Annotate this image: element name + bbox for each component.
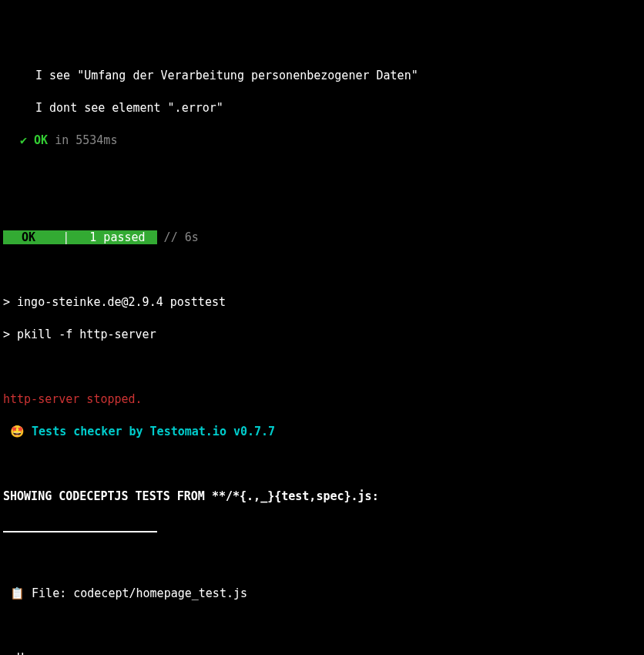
http-stopped-line: http-server stopped. — [3, 391, 641, 408]
testomat-checker-line: 🤩 Tests checker by Testomat.io v0.7.7 — [3, 424, 641, 440]
ok-badge: OK — [3, 230, 54, 244]
test-step-line: I see "Umfang der Verarbeitung personenb… — [3, 68, 641, 84]
posttest-line: > pkill -f http-server — [3, 327, 641, 343]
passed-badge: 1 passed — [78, 230, 156, 244]
summary-separator: | — [54, 230, 78, 244]
blank-line — [3, 165, 641, 181]
file-line: 📋 File: codecept/homepage_test.js — [3, 586, 641, 602]
test-step-line: I dont see element ".error" — [3, 100, 641, 116]
ok-label: OK — [34, 133, 48, 147]
divider — [3, 526, 157, 532]
posttest-line: > ingo-steinke.de@2.9.4 posttest — [3, 294, 641, 311]
file-label: File: codecept/homepage_test.js — [25, 586, 247, 600]
summary-duration: // 6s — [157, 230, 199, 244]
blank-line — [3, 262, 641, 278]
suite-header: = Homepage — [3, 650, 641, 655]
blank-line — [3, 197, 641, 213]
showing-tests-line: SHOWING CODECEPTJS TESTS FROM **/*{.,_}{… — [3, 489, 641, 505]
blank-line — [3, 553, 641, 569]
blank-line — [3, 618, 641, 634]
blank-line — [3, 359, 641, 375]
blank-line — [3, 456, 641, 472]
underline-line — [3, 521, 641, 537]
timing-text: in 5534ms — [48, 133, 117, 147]
summary-line: OK | 1 passed // 6s — [3, 230, 641, 246]
clipboard-icon: 📋 — [10, 586, 25, 600]
star-struck-icon: 🤩 — [10, 425, 25, 438]
test-result-line: ✔ OK in 5534ms — [3, 133, 641, 149]
testomat-checker-label: Tests checker by Testomat.io v0.7.7 — [25, 425, 275, 438]
check-icon: ✔ — [20, 133, 34, 147]
